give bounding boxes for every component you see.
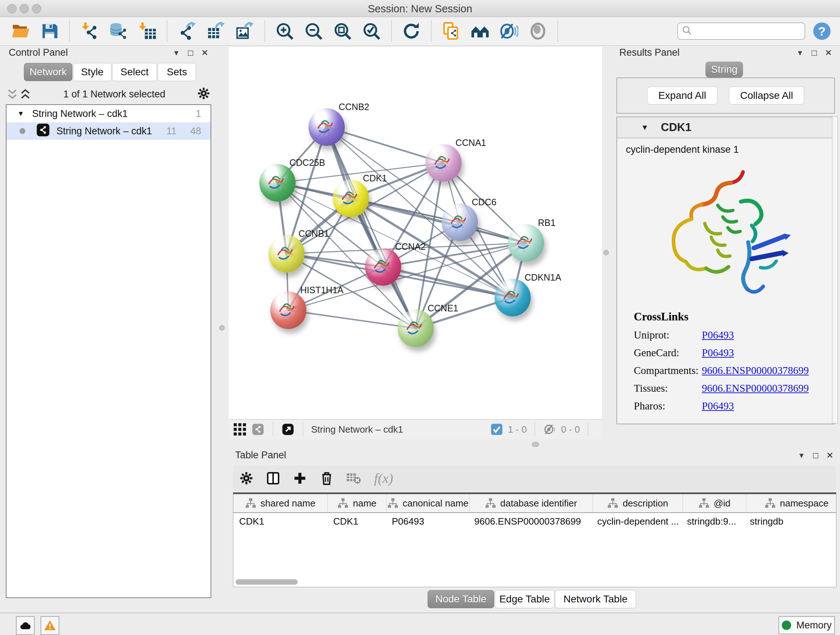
warning-icon[interactable] [41, 616, 59, 635]
function-builder-icon[interactable]: f(x) [374, 470, 393, 486]
columns-icon[interactable] [266, 471, 280, 486]
crosslink-row: Tissues:9606.ENSP00000378699 [634, 382, 834, 394]
gene-collapse-icon[interactable]: ▼ [641, 123, 649, 132]
tab-node-table[interactable]: Node Table [428, 590, 494, 608]
toolbar-separator [167, 21, 167, 42]
crosslink-link[interactable]: P06493 [702, 347, 734, 359]
control-panel-close-icon[interactable]: ✕ [201, 49, 208, 57]
crosslink-link[interactable]: P06493 [702, 400, 734, 412]
zoom-in-icon[interactable] [275, 21, 294, 41]
control-panel-collapse-icon[interactable]: ▼ [173, 49, 180, 57]
zoom-fit-icon[interactable] [333, 21, 352, 41]
bottom-splitter-grip[interactable] [532, 442, 539, 447]
crosslink-row: GeneCard:P06493 [634, 347, 834, 359]
show-all-icon[interactable] [528, 21, 548, 41]
expand-all-button[interactable]: Expand All [647, 87, 717, 105]
edge-CDK1-RB1[interactable] [351, 198, 526, 243]
clear-table-icon[interactable] [346, 471, 361, 486]
edge-CCNB2-CCNE1[interactable] [327, 127, 416, 328]
results-panel-float-icon[interactable]: □ [812, 49, 817, 57]
refresh-icon[interactable] [401, 21, 421, 41]
tab-network-table[interactable]: Network Table [555, 590, 636, 608]
results-panel-close-icon[interactable]: ✕ [825, 49, 832, 57]
table-horizontal-scrollbar[interactable] [235, 579, 298, 585]
crosslink-link[interactable]: 9606.ENSP00000378699 [702, 382, 809, 394]
node-RB1[interactable] [508, 224, 544, 262]
node-CDKN1A[interactable] [494, 279, 531, 317]
node-HIST1H1A[interactable] [270, 291, 306, 329]
zoom-out-icon[interactable] [304, 21, 324, 41]
clone-network-icon[interactable] [441, 21, 461, 41]
hidden-eye-slash-icon[interactable] [544, 423, 556, 435]
export-network-icon[interactable] [177, 21, 197, 41]
birdseye-grid-icon[interactable] [234, 423, 246, 435]
import-network-database-icon[interactable] [109, 21, 128, 41]
column-header-database-identifier[interactable]: database identifier [470, 494, 593, 512]
open-session-icon[interactable] [11, 21, 30, 41]
export-image-icon[interactable] [235, 21, 255, 41]
results-panel-collapse-icon[interactable]: ▼ [797, 49, 804, 57]
node-CCNA1[interactable] [425, 144, 462, 182]
node-CCNB1[interactable] [268, 235, 305, 272]
node-CDC25B[interactable] [259, 164, 295, 202]
control-panel-float-icon[interactable]: □ [188, 49, 193, 57]
import-table-icon[interactable] [137, 21, 157, 41]
crosslink-link[interactable]: P06493 [702, 329, 734, 341]
edge-HIST1H1A-CCNE1[interactable] [288, 310, 416, 328]
save-session-icon[interactable] [40, 21, 59, 41]
help-button[interactable]: ? [813, 22, 831, 40]
crosslink-row: Compartments:9606.ENSP00000378699 [634, 364, 834, 377]
node-CCNE1[interactable] [398, 310, 434, 347]
results-scrollbar[interactable] [832, 117, 838, 424]
column-header-shared-name[interactable]: shared name [233, 494, 328, 512]
node-table[interactable]: shared namenamecanonical namedatabase id… [233, 492, 836, 587]
column-header--id[interactable]: @id [683, 494, 746, 512]
column-header-name[interactable]: name [328, 494, 387, 512]
hide-selected-icon[interactable] [499, 21, 519, 41]
node-CDC6[interactable] [442, 203, 478, 241]
column-header-namespace[interactable]: namespace [746, 494, 836, 512]
collapse-all-icon[interactable] [6, 88, 19, 100]
plus-icon[interactable] [293, 471, 307, 486]
node-CDK1[interactable] [333, 180, 369, 217]
table-row[interactable]: CDK1CDK1P064939606.ENSP00000378699cyclin… [233, 513, 836, 530]
collection-expand-icon[interactable]: ▼ [17, 110, 24, 118]
table-panel-close-icon[interactable]: ✕ [826, 451, 834, 460]
column-header-description[interactable]: description [593, 494, 683, 512]
tab-string[interactable]: String [706, 62, 743, 78]
import-network-file-icon[interactable] [80, 21, 99, 41]
left-splitter-grip[interactable] [219, 325, 225, 331]
network-collection-row[interactable]: ▼ String Network – cdk1 1 [6, 105, 210, 122]
gene-section-header[interactable]: ▼ CDK1 [617, 117, 834, 138]
memory-button[interactable]: Memory [778, 616, 835, 634]
first-neighbors-icon[interactable] [470, 21, 490, 41]
right-splitter-grip[interactable] [603, 250, 609, 255]
zoom-selected-icon[interactable] [362, 21, 381, 41]
network-canvas[interactable]: CCNB2CCNA1CDC25BCDK1CDC6RB1CCNB1CCNA2CDK… [229, 47, 602, 419]
search-field[interactable] [692, 25, 815, 37]
search-input[interactable] [677, 22, 805, 40]
tab-network[interactable]: Network [24, 63, 73, 81]
expand-all-icon[interactable] [19, 88, 32, 100]
share-network-icon[interactable] [252, 423, 264, 435]
tab-style[interactable]: Style [73, 63, 111, 81]
collapse-all-button[interactable]: Collapse All [729, 87, 804, 105]
tab-sets[interactable]: Sets [158, 63, 196, 81]
selected-checkbox-icon[interactable] [491, 423, 503, 435]
network-options-gear-icon[interactable] [197, 87, 210, 102]
network-row[interactable]: String Network – cdk1 11 48 [6, 122, 210, 140]
column-header-canonical-name[interactable]: canonical name [387, 494, 470, 512]
tab-select[interactable]: Select [112, 63, 157, 81]
crosslink-link[interactable]: 9606.ENSP00000378699 [702, 364, 809, 377]
trash-icon[interactable] [319, 471, 334, 486]
tab-edge-table[interactable]: Edge Table [495, 590, 554, 608]
gear-icon[interactable] [239, 471, 254, 486]
node-CCNB2[interactable] [309, 108, 345, 146]
node-CCNA2[interactable] [365, 248, 401, 286]
table-panel-float-icon[interactable]: □ [813, 451, 818, 460]
export-table-icon[interactable] [206, 21, 226, 41]
open-in-window-icon[interactable] [282, 423, 294, 435]
edge-CCNA2-CDKN1A[interactable] [383, 267, 513, 298]
cloud-icon[interactable] [16, 616, 35, 635]
table-panel-collapse-icon[interactable]: ▼ [798, 452, 805, 459]
